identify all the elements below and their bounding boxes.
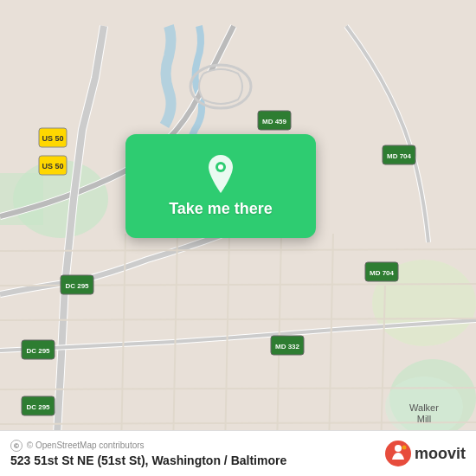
svg-text:Mill: Mill [417, 414, 432, 424]
svg-text:MD 704: MD 704 [370, 269, 395, 277]
osm-icon: © [10, 440, 23, 452]
svg-point-42 [402, 446, 406, 450]
svg-text:MD 704: MD 704 [387, 152, 412, 160]
svg-text:Walker: Walker [409, 402, 439, 413]
button-label: Take me there [169, 200, 273, 218]
moovit-logo: moovit [385, 441, 466, 466]
attribution-text: © © OpenStreetMap contributors [10, 440, 286, 452]
svg-text:US 50: US 50 [42, 134, 63, 143]
take-me-there-button[interactable]: Take me there [125, 134, 316, 238]
svg-text:DC 295: DC 295 [26, 403, 50, 411]
address-section: © © OpenStreetMap contributors 523 51st … [10, 440, 286, 467]
bottom-bar: © © OpenStreetMap contributors 523 51st … [0, 430, 476, 476]
location-pin-icon [205, 155, 236, 193]
svg-text:DC 295: DC 295 [65, 282, 89, 290]
map-background: US 50 US 50 MD 459 MD 704 MD 704 DC 295 … [0, 0, 476, 476]
svg-text:MD 332: MD 332 [275, 343, 300, 351]
address-text: 523 51st St NE (51st St), Washington / B… [10, 453, 286, 467]
moovit-icon [385, 441, 411, 466]
map-container: US 50 US 50 MD 459 MD 704 MD 704 DC 295 … [0, 0, 476, 476]
svg-text:MD 459: MD 459 [262, 118, 287, 125]
svg-text:US 50: US 50 [42, 162, 63, 170]
svg-point-39 [218, 164, 223, 170]
moovit-text: moovit [415, 445, 466, 463]
svg-text:DC 295: DC 295 [26, 347, 50, 355]
svg-point-41 [395, 445, 402, 452]
